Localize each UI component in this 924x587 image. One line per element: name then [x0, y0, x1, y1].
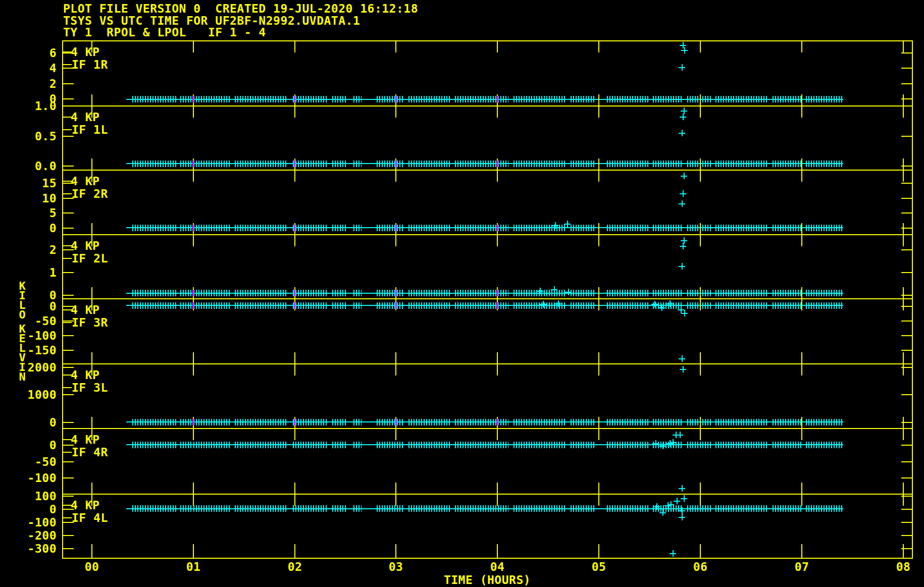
data-band-segment: [571, 302, 596, 309]
data-band-segment: [455, 161, 508, 167]
data-band-segment: [193, 302, 231, 309]
y-tick-right: [901, 249, 912, 250]
x-tick-label: 03: [381, 560, 411, 573]
hour-tick-separator: [903, 158, 904, 182]
data-band-segment: [353, 225, 362, 231]
y-tick-label: 2: [0, 77, 57, 90]
data-band-segment: [455, 442, 508, 448]
tick-band-overlap-mark: [192, 419, 194, 425]
outlier-point: [555, 300, 561, 307]
data-band-segment: [408, 505, 450, 512]
hour-tick-top: [700, 41, 701, 52]
data-band-segment: [180, 442, 192, 448]
hour-tick-bottom: [395, 544, 396, 558]
outlier-point: [537, 288, 543, 294]
hour-tick-separator: [903, 352, 904, 376]
hour-tick-separator: [598, 352, 599, 376]
data-band-segment: [377, 505, 404, 512]
data-band-segment: [377, 442, 404, 448]
data-band-segment: [193, 505, 231, 512]
hour-tick-separator: [903, 483, 904, 506]
x-tick-label: 04: [482, 560, 512, 573]
outlier-point: [681, 495, 687, 502]
panel-label-leader: [63, 387, 72, 388]
tick-band-overlap-mark: [497, 290, 498, 296]
data-band-segment: [571, 505, 596, 512]
data-band-segment: [653, 419, 682, 425]
data-band-segment: [332, 505, 346, 512]
panel-label-leader: [63, 452, 72, 453]
data-band-segment: [806, 96, 843, 102]
outlier-point: [679, 200, 685, 207]
y-tick-label: 5: [0, 206, 57, 220]
panel-if-label: IF 1R: [72, 58, 108, 71]
hour-tick-separator: [395, 483, 396, 506]
y-tick-right: [901, 183, 912, 184]
tick-band-overlap-mark: [294, 161, 295, 167]
panel-if-label: IF 2R: [72, 187, 108, 200]
hour-tick-separator: [598, 158, 599, 182]
hour-tick-separator: [700, 94, 701, 118]
data-band-segment: [180, 505, 192, 512]
data-band-segment: [293, 290, 328, 296]
data-band-segment: [514, 161, 565, 167]
y-tick-label: -50: [0, 455, 57, 468]
y-tick-right: [901, 445, 912, 446]
tick-band-overlap-mark: [192, 161, 194, 167]
panel-kp-label: 4 KP: [71, 499, 99, 512]
y-tick-label: 4: [0, 62, 57, 75]
panel-label-leader: [63, 129, 72, 130]
y-tick-label: -100: [0, 516, 57, 529]
data-band-segment: [773, 161, 802, 167]
data-band-segment: [235, 302, 286, 309]
outlier-point: [551, 286, 557, 293]
data-band-segment: [607, 290, 648, 296]
data-band-segment: [193, 225, 231, 231]
data-band-segment: [715, 419, 767, 425]
hour-tick-separator: [91, 94, 92, 118]
data-band-segment: [455, 225, 508, 231]
panel-if-label: IF 3R: [72, 316, 108, 329]
data-band-segment: [180, 302, 192, 309]
panel-separator-line: [63, 298, 912, 299]
data-band-segment: [193, 419, 231, 425]
tick-band-overlap-mark: [294, 419, 295, 425]
y-tick-label: 10: [0, 192, 57, 205]
y-tick-label: -100: [0, 471, 57, 485]
data-band-segment: [332, 161, 346, 167]
data-band-segment: [514, 419, 565, 425]
panel-kp-label: 4 KP: [71, 239, 99, 252]
panel-if-label: IF 4L: [72, 511, 108, 524]
plot-header-line3: TY 1 RPOL & LPOL IF 1 - 4: [63, 26, 266, 39]
data-band-segment: [715, 161, 767, 167]
outlier-point: [564, 221, 571, 227]
hour-tick-top: [294, 41, 295, 52]
data-band-segment: [408, 161, 450, 167]
tick-band-overlap-mark: [395, 161, 397, 167]
data-band-segment: [353, 505, 362, 512]
x-tick-label: 07: [787, 560, 817, 573]
y-tick-label: 1000: [0, 388, 57, 401]
data-band-segment: [132, 290, 177, 296]
hour-tick-separator: [598, 94, 599, 118]
data-band-segment: [353, 96, 362, 102]
data-band-segment: [571, 161, 596, 167]
data-band-segment: [773, 419, 802, 425]
outlier-point: [680, 366, 686, 372]
x-tick-label: 05: [584, 560, 614, 573]
hour-tick-separator: [801, 352, 802, 376]
data-band-segment: [353, 302, 362, 309]
data-band-segment: [332, 302, 346, 309]
y-tick-right: [901, 68, 912, 69]
data-band-segment: [607, 419, 648, 425]
hour-tick-bottom: [700, 544, 701, 558]
data-band-segment: [377, 225, 404, 231]
y-tick-left: [63, 83, 74, 84]
panel-kp-label: 4 KP: [71, 433, 99, 446]
hour-tick-top: [193, 41, 194, 52]
hour-tick-bottom: [801, 544, 802, 558]
data-band-segment: [514, 96, 565, 102]
y-tick-left: [63, 367, 74, 368]
hour-tick-separator: [91, 417, 92, 440]
outlier-point: [679, 263, 685, 270]
